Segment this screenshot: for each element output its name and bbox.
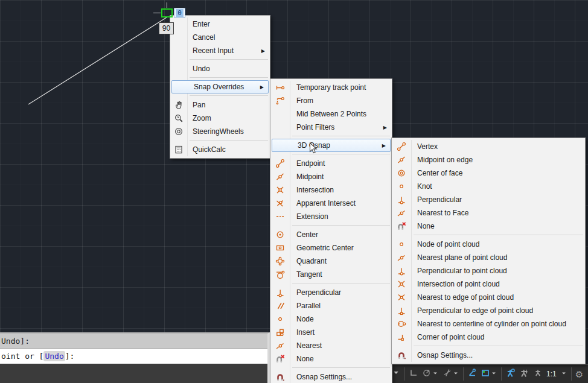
menu-item-label: Nearest to edge of point cloud [392,293,514,302]
command-history-line: Undo]: [0,334,267,349]
menu-item-nearest-to-face[interactable]: Nearest to Face [392,206,585,220]
command-input-line[interactable]: oint or [Undo]: [0,349,267,364]
perpendicular-icon [397,266,406,276]
intersection-icon [275,185,285,195]
menu-item-intersection[interactable]: Intersection [270,183,392,197]
menu-item-quadrant[interactable]: Quadrant [270,255,392,268]
crosshair-icon [167,2,167,8]
menu-item-insert[interactable]: Insert [270,326,392,339]
menu-item-from[interactable]: From [270,94,392,107]
menu-separator [414,235,583,235]
menu-item-knot[interactable]: Knot [392,180,585,193]
magnetnone-icon [275,354,285,364]
nearest-icon [275,341,285,350]
menu-item-quickcalc[interactable]: QuickCalc [170,143,270,156]
menu-item-corner-of-point-cloud[interactable]: Corner of point cloud [392,331,585,344]
menu-item-intersection-of-point-cloud[interactable]: Intersection of point cloud [392,277,585,291]
object-snap-button[interactable] [479,366,499,382]
command-window-filler [0,364,267,383]
menu-item-label: Mid Between 2 Points [270,110,366,118]
menu-item-none[interactable]: None [392,220,585,233]
menu-separator [292,225,390,226]
insert-icon [275,328,285,337]
endpoint-icon [275,159,285,168]
magnet-icon [397,350,406,360]
menu-item-node-of-point-cloud[interactable]: Node of point cloud [392,238,585,251]
status-separator [571,367,572,381]
annotation-scale-icon [533,368,543,380]
menu-item-extension[interactable]: Extension [270,210,392,223]
nearest-icon [397,253,406,262]
node-icon [397,239,406,249]
chevron-down-icon[interactable] [452,369,459,379]
menu-item-perpendicular-to-edge-of-point-cloud[interactable]: Perpendicular to edge of point cloud [392,304,585,317]
perpendicular-icon [275,288,285,297]
menu-item-none[interactable]: None [270,352,392,366]
menu-item-geometric-center[interactable]: Geometric Center [270,241,392,255]
endpoint-snap-marker [161,8,173,17]
menu-item-3d-osnap[interactable]: 3D Osnap▶ [272,139,391,152]
gear-icon: ⚙ [575,370,583,379]
menu-item-nearest[interactable]: Nearest [270,339,392,352]
menu-item-perpendicular-to-point-cloud[interactable]: Perpendicular to point cloud [392,264,585,277]
menu-item-label: Undo [170,65,210,73]
menu-item-perpendicular[interactable]: Perpendicular [392,193,585,206]
trackpoint-icon [275,83,285,92]
scale-dropdown-button[interactable] [558,366,569,382]
menu-item-node[interactable]: Node [270,312,392,326]
menu-item-midpoint-on-edge[interactable]: Midpoint on edge [392,153,585,166]
annotation-visibility-button[interactable] [503,366,517,382]
menu-item-osnap-settings[interactable]: Osnap Settings... [270,370,392,383]
annotation-scale-button[interactable] [531,366,545,382]
annotation-autoscale-button[interactable] [517,366,531,382]
menu-item-zoom[interactable]: Zoom [170,112,270,125]
menu-item-tangent[interactable]: Tangent [270,268,392,281]
chevron-down-icon[interactable] [432,369,439,379]
object-snap-icon [481,368,490,380]
geomcenter-icon [275,243,285,253]
menu-item-endpoint[interactable]: Endpoint [270,157,392,170]
menu-item-mid-between-2-points[interactable]: Mid Between 2 Points [270,107,392,121]
menu-item-label: 3D Osnap [272,141,330,150]
menu-item-point-filters[interactable]: Point Filters▶ [270,121,392,134]
menu-item-parallel[interactable]: Parallel [270,299,392,312]
annotation-scale-value[interactable]: 1:1 [545,370,558,378]
menu-item-midpoint[interactable]: Midpoint [270,170,392,183]
menu-item-recent-input[interactable]: Recent Input▶ [170,44,270,57]
submenu-arrow-icon: ▶ [260,84,264,90]
menu-item-osnap-settings[interactable]: Osnap Settings... [392,349,585,362]
menu-item-undo[interactable]: Undo [170,62,270,75]
menu-item-center[interactable]: Center [270,228,392,241]
menu-item-snap-overrides[interactable]: Snap Overrides▶ [171,80,269,93]
crosshair-icon [153,13,161,13]
centerface-icon [397,168,406,178]
annotation-visibility-icon [505,368,516,381]
submenu-arrow-icon: ▶ [261,48,265,54]
status-bar: 1:1 ⚙ [389,364,588,383]
isometric-drafting-button[interactable] [441,366,461,382]
ortho-mode-button[interactable] [407,366,420,382]
menu-item-steeringwheels[interactable]: SteeringWheels [170,125,270,138]
dynamic-input-field[interactable]: 0 [174,8,185,17]
menu-item-enter[interactable]: Enter [170,17,270,31]
menu-item-temporary-track-point[interactable]: Temporary track point [270,81,392,94]
object-snap-tracking-button[interactable] [465,366,479,382]
menu-item-nearest-to-centerline-of-cylinder-on-point-cloud[interactable]: Nearest to centerline of cylinder on poi… [392,317,585,331]
menu-item-nearest-to-edge-of-point-cloud[interactable]: Nearest to edge of point cloud [392,291,585,304]
customization-button[interactable]: ⚙ [574,366,585,382]
command-option-undo[interactable]: Undo [43,351,65,361]
menu-item-perpendicular[interactable]: Perpendicular [270,286,392,299]
menu-item-nearest-plane-of-point-cloud[interactable]: Nearest plane of point cloud [392,251,585,264]
menu-item-vertex[interactable]: Vertex [392,140,585,153]
chevron-down-icon[interactable] [490,369,497,379]
status-separator [404,367,405,381]
polar-tracking-button[interactable] [420,366,441,382]
menu-item-apparent-intersect[interactable]: Apparent Intersect [270,197,392,210]
osnap-3d-submenu: VertexMidpoint on edgeCenter of faceKnot… [391,138,586,364]
menu-item-cancel[interactable]: Cancel [170,31,270,44]
menu-item-pan[interactable]: Pan [170,98,270,112]
menu-item-center-of-face[interactable]: Center of face [392,166,585,180]
menu-item-label: Intersection of point cloud [392,280,500,288]
chevron-down-icon [391,368,401,380]
menu-item-label: Cancel [170,33,215,42]
